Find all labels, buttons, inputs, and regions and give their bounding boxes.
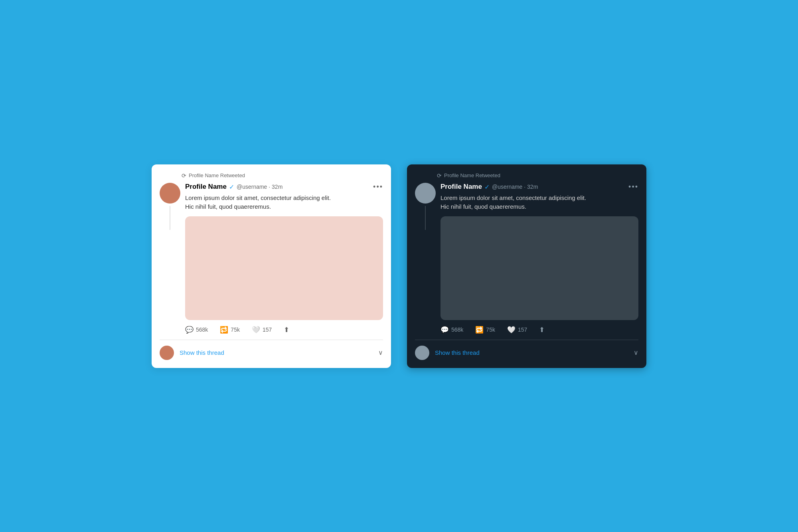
cards-container: ⟳ Profile Name Retweeted Profile Name ✓ … [152, 164, 646, 368]
thread-row-light: Show this thread ∨ [160, 346, 383, 360]
time-light: 32m [272, 184, 282, 190]
avatar-dark[interactable] [415, 183, 436, 204]
show-thread-light[interactable]: Show this thread [180, 349, 373, 356]
comment-count-dark: 568k [451, 326, 463, 333]
name-info-dark: Profile Name ✓ @username · 32m [440, 183, 538, 191]
share-icon-light: ⬆ [284, 326, 289, 334]
retweet-icon-dark: ⟳ [437, 172, 442, 179]
profile-name-dark[interactable]: Profile Name [440, 183, 482, 191]
tweet-header-light: Profile Name ✓ @username · 32m ••• Lorem… [160, 183, 383, 334]
dark-tweet-card: ⟳ Profile Name Retweeted Profile Name ✓ … [407, 164, 646, 368]
thread-avatar-light [160, 346, 174, 360]
retweet-action-icon-light: 🔁 [220, 326, 228, 334]
thread-avatar-dark [415, 346, 429, 360]
retweet-action-light[interactable]: 🔁 75k [220, 326, 240, 334]
avatar-col-dark [415, 183, 436, 230]
thread-line-light [170, 206, 170, 230]
like-count-light: 157 [263, 326, 272, 333]
chevron-down-light[interactable]: ∨ [378, 349, 383, 356]
show-thread-dark[interactable]: Show this thread [435, 349, 628, 356]
actions-row-dark: 💬 568k 🔁 75k 🤍 157 ⬆ [440, 326, 638, 334]
comment-action-dark[interactable]: 💬 568k [440, 326, 463, 334]
share-icon-dark: ⬆ [539, 326, 545, 334]
light-tweet-card: ⟳ Profile Name Retweeted Profile Name ✓ … [152, 164, 391, 368]
name-row-dark: Profile Name ✓ @username · 32m ••• [440, 183, 638, 191]
username-dark[interactable]: @username [492, 184, 522, 190]
retweet-icon-light: ⟳ [182, 172, 186, 179]
actions-row-light: 💬 568k 🔁 75k 🤍 157 ⬆ [185, 326, 383, 334]
tweet-header-dark: Profile Name ✓ @username · 32m ••• Lorem… [415, 183, 638, 334]
verified-icon-dark: ✓ [484, 183, 490, 191]
share-action-dark[interactable]: ⬆ [539, 326, 545, 334]
tweet-text-dark: Lorem ipsum dolor sit amet, consectetur … [440, 194, 638, 212]
username-light[interactable]: @username [237, 184, 267, 190]
chevron-down-dark[interactable]: ∨ [634, 349, 638, 356]
divider-light [160, 340, 383, 340]
retweet-text-light: Profile Name Retweeted [189, 172, 245, 178]
time-dark: 32m [527, 184, 538, 190]
avatar-col-light [160, 183, 180, 230]
retweet-text-dark: Profile Name Retweeted [444, 172, 500, 178]
like-action-dark[interactable]: 🤍 157 [507, 326, 527, 334]
thread-line-dark [425, 206, 426, 230]
retweet-action-icon-dark: 🔁 [475, 326, 484, 334]
comment-count-light: 568k [196, 326, 208, 333]
comment-icon-light: 💬 [185, 326, 194, 334]
like-action-light[interactable]: 🤍 157 [252, 326, 272, 334]
profile-name-light[interactable]: Profile Name [185, 183, 227, 191]
username-time-dark: @username · 32m [492, 184, 538, 190]
verified-icon-light: ✓ [229, 183, 234, 191]
more-options-dark[interactable]: ••• [628, 183, 638, 191]
tweet-image-light [185, 216, 383, 320]
tweet-text-light: Lorem ipsum dolor sit amet, consectetur … [185, 194, 383, 212]
like-icon-light: 🤍 [252, 326, 260, 334]
name-row-light: Profile Name ✓ @username · 32m ••• [185, 183, 383, 191]
retweet-action-dark[interactable]: 🔁 75k [475, 326, 495, 334]
thread-row-dark: Show this thread ∨ [415, 346, 638, 360]
retweet-label-light: ⟳ Profile Name Retweeted [160, 172, 383, 179]
retweet-label-dark: ⟳ Profile Name Retweeted [415, 172, 638, 179]
tweet-image-dark [440, 216, 638, 320]
username-time-light: @username · 32m [237, 184, 282, 190]
tweet-body-dark: Profile Name ✓ @username · 32m ••• Lorem… [440, 183, 638, 334]
like-icon-dark: 🤍 [507, 326, 516, 334]
comment-action-light[interactable]: 💬 568k [185, 326, 208, 334]
share-action-light[interactable]: ⬆ [284, 326, 289, 334]
comment-icon-dark: 💬 [440, 326, 449, 334]
avatar-light[interactable] [160, 183, 180, 204]
tweet-body-light: Profile Name ✓ @username · 32m ••• Lorem… [185, 183, 383, 334]
name-info-light: Profile Name ✓ @username · 32m [185, 183, 282, 191]
divider-dark [415, 340, 638, 340]
retweet-count-light: 75k [231, 326, 240, 333]
retweet-count-dark: 75k [486, 326, 495, 333]
like-count-dark: 157 [518, 326, 527, 333]
more-options-light[interactable]: ••• [373, 183, 383, 191]
